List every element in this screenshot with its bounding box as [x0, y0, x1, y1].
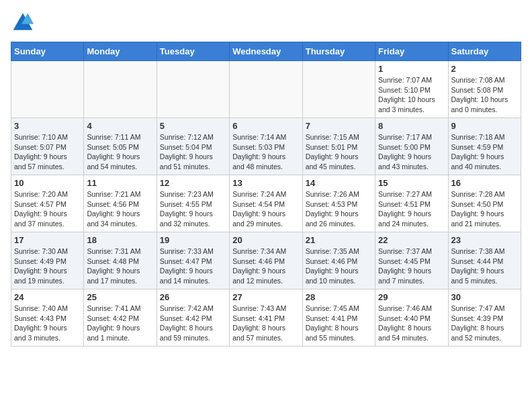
calendar-cell: 4Sunrise: 7:11 AM Sunset: 5:05 PM Daylig…: [84, 118, 157, 175]
header-tuesday: Tuesday: [157, 42, 229, 61]
header-wednesday: Wednesday: [230, 42, 302, 61]
calendar-cell: 29Sunrise: 7:46 AM Sunset: 4:40 PM Dayli…: [375, 289, 448, 347]
day-number: 11: [87, 178, 153, 188]
calendar-week-3: 10Sunrise: 7:20 AM Sunset: 4:57 PM Dayli…: [11, 175, 521, 232]
calendar-cell: 19Sunrise: 7:33 AM Sunset: 4:47 PM Dayli…: [157, 232, 229, 289]
day-number: 9: [451, 121, 518, 131]
day-info: Sunrise: 7:12 AM Sunset: 5:04 PM Dayligh…: [160, 132, 226, 172]
day-number: 15: [378, 178, 445, 188]
logo: [11, 11, 38, 35]
day-info: Sunrise: 7:11 AM Sunset: 5:05 PM Dayligh…: [87, 132, 153, 172]
day-info: Sunrise: 7:35 AM Sunset: 4:46 PM Dayligh…: [306, 246, 372, 286]
day-info: Sunrise: 7:37 AM Sunset: 4:45 PM Dayligh…: [378, 246, 445, 286]
day-info: Sunrise: 7:24 AM Sunset: 4:54 PM Dayligh…: [232, 189, 299, 229]
calendar: SundayMondayTuesdayWednesdayThursdayFrid…: [11, 42, 521, 347]
calendar-cell: 20Sunrise: 7:34 AM Sunset: 4:46 PM Dayli…: [230, 232, 302, 289]
day-number: 25: [87, 292, 153, 302]
calendar-week-5: 24Sunrise: 7:40 AM Sunset: 4:43 PM Dayli…: [11, 289, 521, 347]
day-number: 24: [14, 292, 81, 302]
day-number: 22: [378, 235, 445, 245]
day-number: 1: [378, 64, 445, 74]
header: [11, 11, 521, 35]
day-number: 23: [451, 235, 518, 245]
day-info: Sunrise: 7:20 AM Sunset: 4:57 PM Dayligh…: [14, 189, 81, 229]
day-info: Sunrise: 7:31 AM Sunset: 4:48 PM Dayligh…: [87, 246, 153, 286]
calendar-cell: 30Sunrise: 7:47 AM Sunset: 4:39 PM Dayli…: [448, 289, 521, 347]
header-monday: Monday: [84, 42, 157, 61]
day-number: 19: [160, 235, 226, 245]
day-info: Sunrise: 7:46 AM Sunset: 4:40 PM Dayligh…: [378, 304, 445, 343]
day-number: 18: [87, 235, 153, 245]
calendar-cell: 21Sunrise: 7:35 AM Sunset: 4:46 PM Dayli…: [302, 232, 375, 289]
calendar-cell: 23Sunrise: 7:38 AM Sunset: 4:44 PM Dayli…: [448, 232, 521, 289]
calendar-cell: 5Sunrise: 7:12 AM Sunset: 5:04 PM Daylig…: [157, 118, 229, 175]
day-number: 29: [378, 292, 445, 302]
calendar-cell: 6Sunrise: 7:14 AM Sunset: 5:03 PM Daylig…: [230, 118, 302, 175]
calendar-cell: [157, 61, 229, 118]
day-number: 8: [378, 121, 445, 131]
day-number: 20: [232, 235, 299, 245]
day-info: Sunrise: 7:21 AM Sunset: 4:56 PM Dayligh…: [87, 189, 153, 229]
day-info: Sunrise: 7:27 AM Sunset: 4:51 PM Dayligh…: [378, 189, 445, 229]
day-number: 10: [14, 178, 81, 188]
day-info: Sunrise: 7:47 AM Sunset: 4:39 PM Dayligh…: [451, 304, 518, 343]
day-number: 26: [160, 292, 226, 302]
day-number: 12: [160, 178, 226, 188]
calendar-cell: 28Sunrise: 7:45 AM Sunset: 4:41 PM Dayli…: [302, 289, 375, 347]
day-number: 7: [306, 121, 372, 131]
calendar-header-row: SundayMondayTuesdayWednesdayThursdayFrid…: [11, 42, 521, 61]
day-number: 16: [451, 178, 518, 188]
header-sunday: Sunday: [11, 42, 84, 61]
day-number: 6: [232, 121, 299, 131]
calendar-cell: [302, 61, 375, 118]
calendar-cell: 8Sunrise: 7:17 AM Sunset: 5:00 PM Daylig…: [375, 118, 448, 175]
calendar-cell: 18Sunrise: 7:31 AM Sunset: 4:48 PM Dayli…: [84, 232, 157, 289]
calendar-cell: [230, 61, 302, 118]
day-info: Sunrise: 7:08 AM Sunset: 5:08 PM Dayligh…: [451, 75, 518, 115]
day-info: Sunrise: 7:10 AM Sunset: 5:07 PM Dayligh…: [14, 132, 81, 172]
day-number: 4: [87, 121, 153, 131]
calendar-cell: 12Sunrise: 7:23 AM Sunset: 4:55 PM Dayli…: [157, 175, 229, 232]
day-number: 21: [306, 235, 372, 245]
calendar-cell: 11Sunrise: 7:21 AM Sunset: 4:56 PM Dayli…: [84, 175, 157, 232]
day-info: Sunrise: 7:34 AM Sunset: 4:46 PM Dayligh…: [232, 246, 299, 286]
calendar-cell: 16Sunrise: 7:28 AM Sunset: 4:50 PM Dayli…: [448, 175, 521, 232]
day-number: 17: [14, 235, 81, 245]
day-info: Sunrise: 7:28 AM Sunset: 4:50 PM Dayligh…: [451, 189, 518, 229]
day-number: 2: [451, 64, 518, 74]
day-number: 3: [14, 121, 81, 131]
calendar-cell: 15Sunrise: 7:27 AM Sunset: 4:51 PM Dayli…: [375, 175, 448, 232]
calendar-cell: 22Sunrise: 7:37 AM Sunset: 4:45 PM Dayli…: [375, 232, 448, 289]
calendar-cell: 7Sunrise: 7:15 AM Sunset: 5:01 PM Daylig…: [302, 118, 375, 175]
header-friday: Friday: [375, 42, 448, 61]
day-info: Sunrise: 7:23 AM Sunset: 4:55 PM Dayligh…: [160, 189, 226, 229]
calendar-cell: 2Sunrise: 7:08 AM Sunset: 5:08 PM Daylig…: [448, 61, 521, 118]
calendar-cell: 9Sunrise: 7:18 AM Sunset: 4:59 PM Daylig…: [448, 118, 521, 175]
day-number: 27: [232, 292, 299, 302]
calendar-cell: [84, 61, 157, 118]
calendar-cell: 3Sunrise: 7:10 AM Sunset: 5:07 PM Daylig…: [11, 118, 84, 175]
calendar-cell: 1Sunrise: 7:07 AM Sunset: 5:10 PM Daylig…: [375, 61, 448, 118]
day-number: 14: [306, 178, 372, 188]
day-info: Sunrise: 7:41 AM Sunset: 4:42 PM Dayligh…: [87, 304, 153, 343]
day-info: Sunrise: 7:40 AM Sunset: 4:43 PM Dayligh…: [14, 304, 81, 343]
day-info: Sunrise: 7:43 AM Sunset: 4:41 PM Dayligh…: [232, 304, 299, 343]
header-thursday: Thursday: [302, 42, 375, 61]
day-info: Sunrise: 7:15 AM Sunset: 5:01 PM Dayligh…: [306, 132, 372, 172]
day-info: Sunrise: 7:30 AM Sunset: 4:49 PM Dayligh…: [14, 246, 81, 286]
day-info: Sunrise: 7:42 AM Sunset: 4:42 PM Dayligh…: [160, 304, 226, 343]
day-number: 30: [451, 292, 518, 302]
calendar-week-2: 3Sunrise: 7:10 AM Sunset: 5:07 PM Daylig…: [11, 118, 521, 175]
calendar-cell: [11, 61, 84, 118]
day-info: Sunrise: 7:18 AM Sunset: 4:59 PM Dayligh…: [451, 132, 518, 172]
calendar-week-4: 17Sunrise: 7:30 AM Sunset: 4:49 PM Dayli…: [11, 232, 521, 289]
logo-icon: [11, 11, 35, 35]
calendar-cell: 14Sunrise: 7:26 AM Sunset: 4:53 PM Dayli…: [302, 175, 375, 232]
calendar-cell: 17Sunrise: 7:30 AM Sunset: 4:49 PM Dayli…: [11, 232, 84, 289]
calendar-cell: 27Sunrise: 7:43 AM Sunset: 4:41 PM Dayli…: [230, 289, 302, 347]
day-info: Sunrise: 7:17 AM Sunset: 5:00 PM Dayligh…: [378, 132, 445, 172]
day-info: Sunrise: 7:45 AM Sunset: 4:41 PM Dayligh…: [306, 304, 372, 343]
calendar-cell: 26Sunrise: 7:42 AM Sunset: 4:42 PM Dayli…: [157, 289, 229, 347]
header-saturday: Saturday: [448, 42, 521, 61]
day-info: Sunrise: 7:33 AM Sunset: 4:47 PM Dayligh…: [160, 246, 226, 286]
